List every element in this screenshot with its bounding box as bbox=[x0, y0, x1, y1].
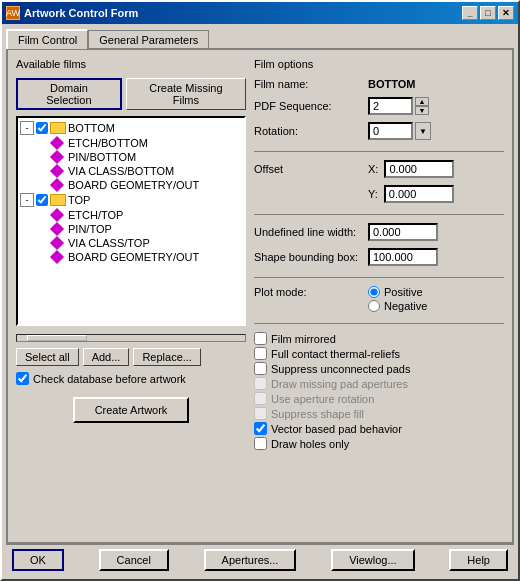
shape-bounding-box-label: Shape bounding box: bbox=[254, 251, 364, 263]
tree-label-etch-bottom: ETCH/BOTTOM bbox=[68, 137, 148, 149]
offset-x-input[interactable] bbox=[384, 160, 454, 178]
offset-y-input[interactable] bbox=[384, 185, 454, 203]
tree-item-pin-bottom[interactable]: PIN/BOTTOM bbox=[20, 150, 242, 164]
tree-item-pin-top[interactable]: PIN/TOP bbox=[20, 222, 242, 236]
checkbox-vector-based: Vector based pad behavior bbox=[254, 422, 504, 435]
maximize-button[interactable]: □ bbox=[480, 6, 496, 20]
cancel-button[interactable]: Cancel bbox=[99, 549, 169, 571]
tab-content: Available films Domain Selection Create … bbox=[6, 48, 514, 544]
radio-positive-label: Positive bbox=[384, 286, 423, 298]
checkbox-aperture-rotation-label: Use aperture rotation bbox=[271, 393, 374, 405]
film-tree[interactable]: - BOTTOM ETCH/BOTTOM bbox=[16, 116, 246, 326]
tree-item-bottom-folder[interactable]: - BOTTOM bbox=[20, 120, 242, 136]
checkbox-suppress-shape-input[interactable] bbox=[254, 407, 267, 420]
tree-item-etch-bottom[interactable]: ETCH/BOTTOM bbox=[20, 136, 242, 150]
tree-scrollbar[interactable] bbox=[16, 334, 246, 342]
check-top[interactable] bbox=[36, 194, 48, 206]
create-artwork-button[interactable]: Create Artwork bbox=[73, 397, 190, 423]
tree-label-bottom: BOTTOM bbox=[68, 122, 115, 134]
diamond-icon-board-bottom bbox=[50, 178, 64, 192]
check-database-checkbox[interactable] bbox=[16, 372, 29, 385]
shape-bounding-box-input[interactable] bbox=[368, 248, 438, 266]
tree-label-board-bottom: BOARD GEOMETRY/OUT bbox=[68, 179, 199, 191]
help-button[interactable]: Help bbox=[449, 549, 508, 571]
pdf-sequence-input[interactable] bbox=[368, 97, 413, 115]
rotation-input[interactable] bbox=[368, 122, 413, 140]
pdf-sequence-down[interactable]: ▼ bbox=[415, 106, 429, 115]
select-all-button[interactable]: Select all bbox=[16, 348, 79, 366]
separator1 bbox=[254, 151, 504, 152]
diamond-icon-etch-bottom bbox=[50, 136, 64, 150]
pdf-sequence-up[interactable]: ▲ bbox=[415, 97, 429, 106]
plot-mode-radio-group: Positive Negative bbox=[368, 286, 427, 312]
rotation-dropdown-arrow[interactable]: ▼ bbox=[415, 122, 431, 140]
window-body: Film Control General Parameters Availabl… bbox=[2, 24, 518, 579]
viewlog-button[interactable]: Viewlog... bbox=[331, 549, 415, 571]
check-bottom[interactable] bbox=[36, 122, 48, 134]
tree-item-via-bottom[interactable]: VIA CLASS/BOTTOM bbox=[20, 164, 242, 178]
expand-bottom[interactable]: - bbox=[20, 121, 34, 135]
checkbox-film-mirrored-label: Film mirrored bbox=[271, 333, 336, 345]
checkbox-thermal-reliefs-label: Full contact thermal-reliefs bbox=[271, 348, 400, 360]
tree-item-board-top[interactable]: BOARD GEOMETRY/OUT bbox=[20, 250, 242, 264]
checkbox-draw-missing-input[interactable] bbox=[254, 377, 267, 390]
checkbox-aperture-rotation: Use aperture rotation bbox=[254, 392, 504, 405]
tree-label-top: TOP bbox=[68, 194, 90, 206]
minimize-button[interactable]: _ bbox=[462, 6, 478, 20]
tab-bar: Film Control General Parameters bbox=[6, 28, 514, 48]
film-name-value: BOTTOM bbox=[368, 78, 415, 90]
title-buttons: _ □ ✕ bbox=[462, 6, 514, 20]
tree-item-board-bottom[interactable]: BOARD GEOMETRY/OUT bbox=[20, 178, 242, 192]
checkbox-aperture-rotation-input[interactable] bbox=[254, 392, 267, 405]
available-films-label: Available films bbox=[16, 58, 246, 70]
offset-label: Offset bbox=[254, 163, 364, 175]
tree-label-via-top: VIA CLASS/TOP bbox=[68, 237, 150, 249]
checkbox-suppress-shape: Suppress shape fill bbox=[254, 407, 504, 420]
tree-item-top-folder[interactable]: - TOP bbox=[20, 192, 242, 208]
plot-mode-label: Plot mode: bbox=[254, 286, 364, 298]
checkbox-thermal-reliefs: Full contact thermal-reliefs bbox=[254, 347, 504, 360]
radio-negative-row: Negative bbox=[368, 300, 427, 312]
tab-general-parameters[interactable]: General Parameters bbox=[88, 30, 209, 49]
undefined-line-width-input[interactable] bbox=[368, 223, 438, 241]
checkbox-film-mirrored-input[interactable] bbox=[254, 332, 267, 345]
tree-item-etch-top[interactable]: ETCH/TOP bbox=[20, 208, 242, 222]
pdf-sequence-label: PDF Sequence: bbox=[254, 100, 364, 112]
tree-label-pin-bottom: PIN/BOTTOM bbox=[68, 151, 136, 163]
close-button[interactable]: ✕ bbox=[498, 6, 514, 20]
domain-selection-button[interactable]: Domain Selection bbox=[16, 78, 122, 110]
pdf-sequence-spinner: ▲ ▼ bbox=[415, 97, 429, 115]
bottom-bar: OK Cancel Apertures... Viewlog... Help bbox=[6, 544, 514, 575]
radio-positive[interactable] bbox=[368, 286, 380, 298]
tree-label-board-top: BOARD GEOMETRY/OUT bbox=[68, 251, 199, 263]
tree-item-via-top[interactable]: VIA CLASS/TOP bbox=[20, 236, 242, 250]
radio-negative[interactable] bbox=[368, 300, 380, 312]
checkbox-suppress-unconnected-input[interactable] bbox=[254, 362, 267, 375]
diamond-icon-pin-bottom bbox=[50, 150, 64, 164]
checkbox-thermal-reliefs-input[interactable] bbox=[254, 347, 267, 360]
replace-button[interactable]: Replace... bbox=[133, 348, 201, 366]
offset-x-label: X: bbox=[368, 163, 378, 175]
separator2 bbox=[254, 214, 504, 215]
apertures-button[interactable]: Apertures... bbox=[204, 549, 297, 571]
radio-positive-row: Positive bbox=[368, 286, 427, 298]
checkbox-draw-holes-label: Draw holes only bbox=[271, 438, 349, 450]
checkboxes-group: Film mirrored Full contact thermal-relie… bbox=[254, 332, 504, 452]
checkbox-vector-based-input[interactable] bbox=[254, 422, 267, 435]
checkbox-vector-based-label: Vector based pad behavior bbox=[271, 423, 402, 435]
tab-film-control[interactable]: Film Control bbox=[6, 29, 88, 49]
film-options-label: Film options bbox=[254, 58, 504, 70]
film-button-row: Domain Selection Create Missing Films bbox=[16, 78, 246, 110]
expand-top[interactable]: - bbox=[20, 193, 34, 207]
plot-mode-row: Plot mode: Positive Negative bbox=[254, 286, 504, 312]
app-icon: AW bbox=[6, 6, 20, 20]
check-database-label: Check database before artwork bbox=[33, 373, 186, 385]
ok-button[interactable]: OK bbox=[12, 549, 64, 571]
diamond-icon-via-top bbox=[50, 236, 64, 250]
offset-y-row: Y: bbox=[254, 185, 504, 203]
tree-label-via-bottom: VIA CLASS/BOTTOM bbox=[68, 165, 174, 177]
create-missing-films-button[interactable]: Create Missing Films bbox=[126, 78, 246, 110]
add-button[interactable]: Add... bbox=[83, 348, 130, 366]
scrollbar-thumb bbox=[27, 335, 87, 341]
checkbox-draw-holes-input[interactable] bbox=[254, 437, 267, 450]
